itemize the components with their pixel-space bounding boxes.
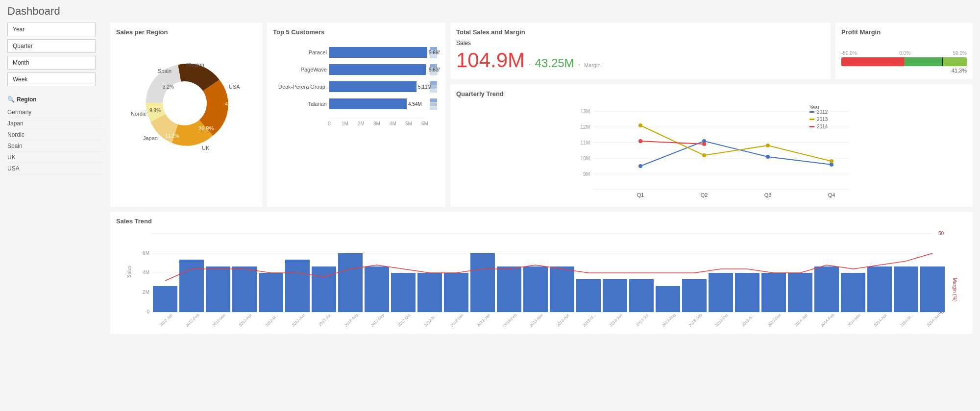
svg-text:11M: 11M — [581, 140, 590, 145]
svg-rect-85 — [312, 266, 336, 312]
uk-label: UK — [202, 145, 210, 151]
region-item-germany[interactable]: Germany — [7, 107, 105, 118]
region-item-nordic[interactable]: Nordic — [7, 129, 105, 141]
svg-text:2013-Oct: 2013-Oct — [714, 313, 729, 327]
svg-rect-83 — [259, 273, 283, 312]
summary-top: Total Sales and Margin Sales 104.9M · 43… — [450, 23, 973, 79]
svg-text:Margin (%): Margin (%) — [952, 278, 957, 302]
sales-trend-panel: Sales Trend 0 2M 4M 6M Sales — [110, 212, 973, 334]
separator: · — [529, 60, 531, 69]
region-item-usa[interactable]: USA — [7, 163, 105, 174]
svg-text:2014-Apr: 2014-Apr — [873, 313, 888, 327]
region-section: 🔍 Region Germany Japan Nordic Spain UK U… — [7, 96, 105, 174]
svg-rect-60 — [809, 119, 814, 120]
profit-value: 41.3% — [841, 68, 967, 73]
svg-rect-98 — [656, 286, 680, 312]
region-title: 🔍 Region — [7, 96, 105, 103]
svg-rect-94 — [550, 266, 574, 312]
svg-point-56 — [638, 139, 642, 143]
svg-rect-19 — [430, 102, 437, 106]
svg-point-51 — [830, 163, 833, 167]
month-filter-button[interactable]: Month — [7, 56, 96, 70]
svg-text:2012-Sep: 2012-Sep — [370, 313, 385, 327]
svg-rect-79 — [153, 286, 177, 312]
week-filter-button[interactable]: Week — [7, 73, 96, 86]
region-item-japan[interactable]: Japan — [7, 118, 105, 129]
svg-rect-88 — [391, 273, 416, 312]
svg-text:Q3: Q3 — [764, 192, 772, 198]
svg-rect-14 — [430, 72, 437, 75]
svg-rect-100 — [709, 273, 733, 312]
main-layout: Year Quarter Month Week 🔍 Region Germany… — [7, 23, 973, 334]
sidebar: Year Quarter Month Week 🔍 Region Germany… — [7, 23, 105, 334]
japan-pct: 11.3% — [165, 133, 179, 139]
quarterly-trend-title: Quarterly Trend — [456, 90, 967, 97]
svg-text:2012-Dec: 2012-Dec — [449, 313, 465, 327]
profit-margin-panel: Profit Margin -50.0% 0.0% 50.0% — [835, 23, 973, 79]
svg-rect-96 — [603, 279, 627, 312]
svg-text:2012-Aug: 2012-Aug — [343, 313, 359, 327]
svg-rect-106 — [867, 266, 892, 312]
svg-text:2013-Sep: 2013-Sep — [687, 313, 703, 327]
svg-text:PageWave: PageWave — [301, 67, 327, 73]
total-sales-panel: Total Sales and Margin Sales 104.9M · 43… — [450, 23, 831, 79]
svg-text:2012-Jun: 2012-Jun — [291, 313, 306, 327]
usa-label: USA — [229, 84, 240, 90]
nordic-pct: 9.9% — [149, 108, 161, 113]
svg-rect-90 — [444, 273, 468, 312]
svg-text:2013-Apr: 2013-Apr — [556, 313, 570, 327]
svg-point-48 — [638, 164, 642, 168]
dashboard: Dashboard Year Quarter Month Week 🔍 Regi… — [0, 0, 980, 339]
svg-rect-105 — [841, 273, 865, 312]
svg-text:Talarian: Talarian — [308, 101, 327, 107]
region-item-spain[interactable]: Spain — [7, 141, 105, 152]
svg-text:5.69M: 5.69M — [429, 50, 440, 55]
svg-text:5.11M: 5.11M — [418, 84, 432, 90]
svg-text:50: 50 — [938, 231, 944, 236]
search-icon: 🔍 — [7, 96, 15, 103]
svg-rect-58 — [809, 111, 814, 113]
svg-text:Q2: Q2 — [701, 192, 708, 198]
svg-rect-17 — [430, 89, 437, 93]
right-summary: Total Sales and Margin Sales 104.9M · 43… — [450, 23, 973, 207]
total-sales-section-label: Total Sales and Margin — [456, 28, 825, 36]
svg-text:6M: 6M — [143, 250, 149, 256]
svg-rect-82 — [232, 266, 257, 312]
quarter-filter-button[interactable]: Quarter — [7, 39, 96, 53]
top-customers-title: Top 5 Customers — [273, 28, 440, 36]
svg-text:Sales: Sales — [126, 266, 132, 278]
region-item-uk[interactable]: UK — [7, 152, 105, 163]
svg-rect-62 — [809, 126, 814, 127]
page-title: Dashboard — [7, 5, 973, 18]
svg-text:0: 0 — [147, 309, 149, 314]
sales-value: 104.9M — [456, 48, 525, 72]
svg-text:2014-Jan: 2014-Jan — [794, 313, 808, 327]
svg-point-50 — [766, 155, 770, 159]
profit-bar — [841, 57, 967, 66]
sales-per-region-panel: Sales per Region — [110, 23, 262, 207]
svg-rect-92 — [497, 266, 521, 312]
quarterly-trend-panel: Quarterly Trend 13M 12M — [450, 84, 973, 207]
svg-text:Year: Year — [809, 105, 820, 110]
svg-text:Paracel: Paracel — [309, 49, 327, 55]
sales-per-region-title: Sales per Region — [116, 28, 256, 36]
svg-rect-93 — [523, 266, 548, 312]
svg-text:2012-N...: 2012-N... — [423, 313, 438, 327]
svg-text:Q1: Q1 — [637, 192, 644, 198]
profit-margin-chart: -50.0% 0.0% 50.0% — [841, 50, 967, 73]
svg-rect-84 — [285, 260, 310, 312]
svg-text:2012-Jan: 2012-Jan — [159, 313, 173, 327]
year-filter-button[interactable]: Year — [7, 23, 96, 36]
svg-text:2013-Jun: 2013-Jun — [609, 313, 623, 327]
svg-rect-95 — [576, 279, 601, 312]
svg-text:2014: 2014 — [817, 124, 828, 129]
japan-label: Japan — [143, 135, 158, 141]
svg-rect-81 — [206, 266, 230, 312]
svg-text:Q4: Q4 — [828, 192, 835, 198]
svg-text:9M: 9M — [583, 171, 590, 177]
svg-rect-107 — [894, 266, 918, 312]
svg-text:2013-Dec: 2013-Dec — [767, 313, 782, 327]
region-label: Region — [187, 62, 204, 68]
donut-chart: USA UK Japan Nordic Spain Region 45.5% 2… — [116, 40, 253, 167]
svg-text:2012-Mar: 2012-Mar — [211, 313, 226, 327]
